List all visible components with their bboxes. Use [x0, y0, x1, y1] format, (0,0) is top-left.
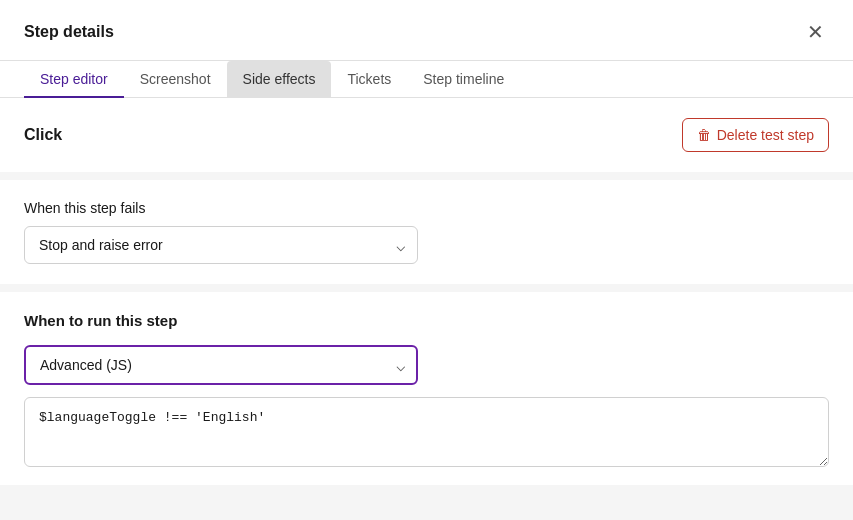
modal-body: Click 🗑 Delete test step When this step …	[0, 98, 853, 520]
when-fails-label: When this step fails	[24, 200, 829, 216]
trash-icon: 🗑	[697, 127, 711, 143]
tabs-bar: Step editor Screenshot Side effects Tick…	[0, 61, 853, 98]
when-run-select[interactable]: Always Advanced (JS) Never	[24, 345, 418, 385]
tab-side-effects[interactable]: Side effects	[227, 61, 332, 97]
modal-header: Step details ✕	[0, 0, 853, 61]
delete-test-step-button[interactable]: 🗑 Delete test step	[682, 118, 829, 152]
when-run-section: When to run this step Always Advanced (J…	[0, 292, 853, 485]
action-section: Click 🗑 Delete test step	[0, 98, 853, 172]
when-fails-section: When this step fails Stop and raise erro…	[0, 180, 853, 284]
tab-screenshot[interactable]: Screenshot	[124, 61, 227, 97]
tab-step-timeline[interactable]: Step timeline	[407, 61, 520, 97]
close-button[interactable]: ✕	[801, 18, 829, 46]
action-label: Click	[24, 126, 62, 144]
modal-title: Step details	[24, 23, 114, 41]
code-editor[interactable]: $languageToggle !== 'English'	[24, 397, 829, 467]
delete-button-label: Delete test step	[717, 127, 814, 143]
close-icon: ✕	[807, 20, 824, 44]
when-fails-select-wrapper: Stop and raise error Continue Skip step …	[24, 226, 418, 264]
when-run-select-wrapper: Always Advanced (JS) Never ⌵	[24, 345, 418, 385]
when-run-label: When to run this step	[24, 312, 829, 329]
tab-tickets[interactable]: Tickets	[331, 61, 407, 97]
tab-step-editor[interactable]: Step editor	[24, 61, 124, 97]
step-details-modal: Step details ✕ Step editor Screenshot Si…	[0, 0, 853, 520]
when-fails-select[interactable]: Stop and raise error Continue Skip step	[24, 226, 418, 264]
